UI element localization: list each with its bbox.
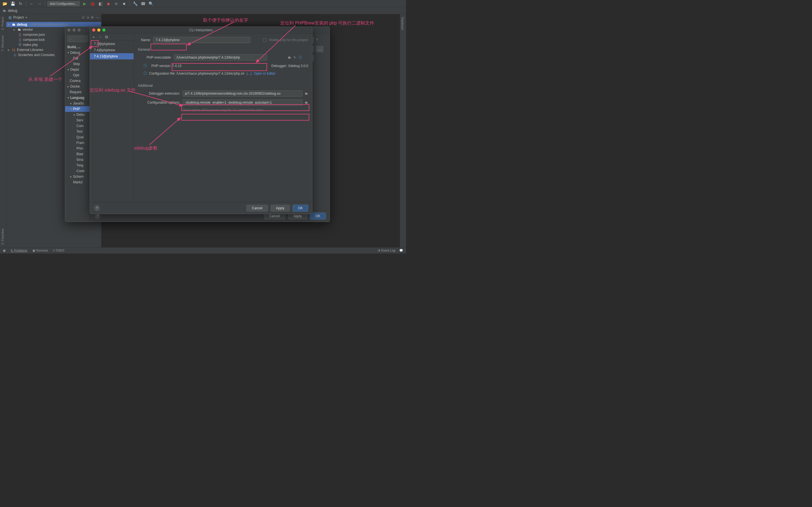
window-close-icon[interactable]	[67, 29, 70, 32]
php-exe-input[interactable]: /Users/chaos/.phpbrew/php/7.4.13/bin/php	[174, 54, 267, 61]
build-icon[interactable]: 🔧	[132, 1, 138, 7]
pref-blad[interactable]: Blad	[65, 151, 90, 157]
cfg-opt-input[interactable]: -dxdebug.remote_enable=1 -dxdebug.remote…	[183, 100, 303, 106]
status-terminal[interactable]: ▣ Terminal	[33, 249, 48, 252]
tab-structure[interactable]: 7: Structure	[0, 33, 6, 54]
forward-icon[interactable]: →	[36, 1, 43, 7]
pref-debug[interactable]: ▾Debug	[65, 50, 90, 55]
pref-code[interactable]: Code	[65, 168, 90, 174]
pref-javasc[interactable]: ▸JavaSc	[65, 101, 90, 106]
cli-help-button[interactable]: ?	[94, 205, 100, 211]
add-interpreter-button[interactable]: ＋	[92, 35, 96, 40]
breadcrumb-project[interactable]: debug	[8, 9, 17, 13]
pref-coverage[interactable]: Covera	[65, 78, 90, 83]
run-icon[interactable]: ▶	[82, 1, 88, 7]
listen-icon[interactable]: ☎	[140, 1, 146, 7]
search-icon[interactable]: 🔍	[148, 1, 154, 7]
tab-favorites[interactable]: 2: Favorites	[0, 226, 6, 247]
pref-ok-button[interactable]: OK	[310, 213, 326, 219]
pref-build[interactable]: Build, ...	[65, 44, 90, 50]
debug-icon[interactable]: 🐞	[89, 1, 96, 7]
php-version-text: PHP version: 7.4.13	[151, 64, 182, 68]
profile-icon[interactable]: ◆	[105, 1, 111, 7]
status-todo[interactable]: ≡ TODO	[53, 249, 64, 252]
attach-icon[interactable]: ⎋	[113, 1, 119, 7]
tab-database[interactable]: Database	[400, 14, 405, 33]
remove-interpreter-button[interactable]: －	[98, 35, 102, 40]
reload-icon[interactable]: ↻	[294, 55, 296, 59]
cli-zoom-icon[interactable]	[102, 29, 105, 32]
status-event-log[interactable]: ◔ Event Log	[377, 249, 395, 252]
pref-twig[interactable]: Twig	[65, 163, 90, 168]
open-icon[interactable]: 📂	[2, 1, 8, 7]
gear-icon[interactable]: ⚙	[91, 15, 94, 19]
index-php-label: index.php	[23, 43, 38, 47]
config-file-ellipsis[interactable]: (...)	[247, 71, 252, 75]
pref-docker[interactable]: ▸Docke	[65, 83, 90, 89]
preferences-search[interactable]: ⌕	[67, 36, 88, 42]
window-zoom-icon[interactable]	[78, 29, 81, 32]
pref-schem[interactable]: ▸Schem	[65, 174, 90, 179]
pref-require[interactable]: Require	[65, 89, 90, 95]
chevron-down-icon[interactable]: ▾	[26, 15, 27, 19]
pref-markdo[interactable]: Markd	[65, 179, 90, 185]
run-config-dropdown[interactable]: Add Configuration...	[47, 1, 80, 6]
status-bar: ▣ 6: Problems ▣ Terminal ≡ TODO ◔ Event …	[0, 247, 406, 253]
bottom-tab-icon[interactable]: ▣	[3, 249, 6, 252]
cli-apply-button[interactable]: Apply	[271, 205, 290, 212]
pref-languages[interactable]: ▾Languag	[65, 95, 90, 101]
general-section: General	[138, 48, 308, 52]
interpreter-item-2[interactable]: 7.4.13@phpbrw	[90, 53, 134, 59]
pref-opti[interactable]: Opti	[65, 72, 90, 78]
pref-debu[interactable]: ▸Debu	[65, 112, 90, 117]
cli-close-icon[interactable]	[92, 29, 95, 32]
sync-icon[interactable]: ↻	[17, 1, 24, 7]
pref-serv[interactable]: Serv	[65, 117, 90, 123]
dbg-ext-input[interactable]: p/7.4.13/lib/php/extensions/debug-non-zt…	[183, 91, 303, 97]
visible-only-checkbox[interactable]	[263, 38, 267, 42]
pref-step[interactable]: Step	[65, 61, 90, 67]
name-input[interactable]: 7.4.13@phpbrw	[153, 37, 250, 43]
pref-sma[interactable]: Sma	[65, 157, 90, 163]
stop-icon[interactable]: ■	[121, 1, 127, 7]
tab-project[interactable]: 1: Project	[0, 14, 6, 33]
interpreter-item-1[interactable]: 7.4@phpbrew	[90, 47, 134, 53]
pref-deploy[interactable]: ▾Deplo	[65, 67, 90, 72]
pref-com[interactable]: Com	[65, 123, 90, 129]
project-panel-title[interactable]: Project	[13, 15, 24, 19]
status-problems[interactable]: 6: Problems	[11, 249, 28, 252]
copy-interpreter-button[interactable]: ⧉	[105, 35, 108, 40]
config-file-text: Configuration file: /Users/chaos/.phpbre…	[149, 71, 245, 75]
scratches-label: Scratches and Consoles	[18, 53, 55, 57]
pref-php[interactable]: ▾PHP	[65, 106, 90, 112]
hide-icon[interactable]: —	[96, 15, 99, 19]
pref-data[interactable]: Dat	[65, 55, 90, 61]
cli-minimize-icon[interactable]	[97, 29, 100, 32]
interpreter-item-0[interactable]: 7.3@phpbrew	[90, 41, 134, 47]
cli-cancel-button[interactable]: Cancel	[246, 205, 267, 212]
locate-icon[interactable]: ⊙	[82, 15, 85, 19]
cfg-opt-browse-icon[interactable]: 🖿	[305, 101, 308, 105]
pref-phin[interactable]: Phin	[65, 146, 90, 151]
external-libs-label: External Libraries	[17, 48, 43, 52]
window-minimize-icon[interactable]	[72, 29, 75, 32]
php-exe-label: PHP executable:	[138, 55, 172, 59]
dbg-ext-browse-icon[interactable]: 🖿	[305, 92, 308, 96]
expand-icon[interactable]: ⇲	[86, 15, 89, 19]
back-icon[interactable]: ←	[29, 1, 35, 7]
pref-test[interactable]: Test	[65, 129, 90, 134]
info-icon[interactable]: ⓘ	[299, 55, 302, 60]
coverage-icon[interactable]: ◧	[97, 1, 103, 7]
cli-ok-button[interactable]: OK	[293, 205, 308, 212]
php-exe-browse-icon[interactable]: 🖿	[288, 55, 291, 59]
pref-fram[interactable]: Fram	[65, 140, 90, 146]
save-icon[interactable]: 💾	[10, 1, 16, 7]
pref-qual[interactable]: Qual	[65, 134, 90, 140]
help-icon[interactable]: ?	[316, 38, 318, 42]
open-in-editor-link[interactable]: Open in Editor	[254, 71, 276, 75]
project-panel-header: ▦ Project ▾ ⊙ ⇲ ⚙ —	[6, 14, 101, 21]
pref-browse-button[interactable]: …	[316, 46, 323, 52]
composer-json-label: composer.json	[23, 33, 45, 37]
status-notif-icon[interactable]: 💬	[399, 249, 403, 252]
info-icon-3: ⓘ	[144, 71, 147, 76]
